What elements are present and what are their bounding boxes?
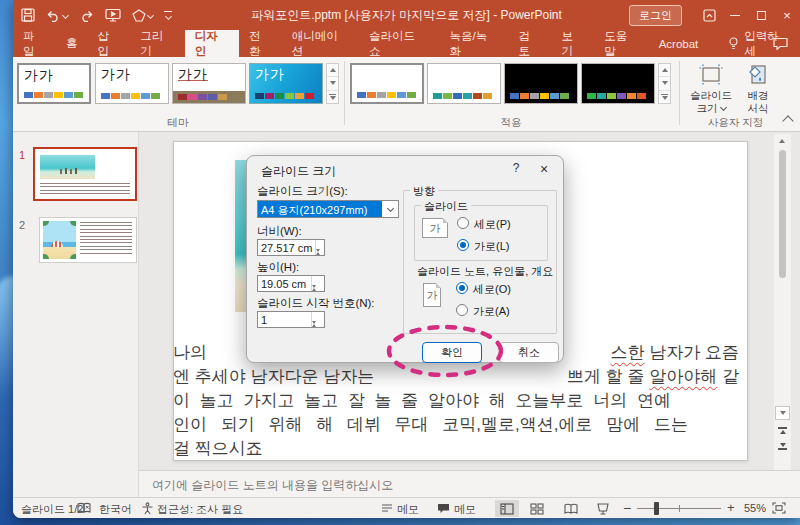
spell-check-icon[interactable]	[77, 502, 91, 516]
title-bar: 파워포인트.pptm [사용자가 마지막으로 저장] - PowerPoint …	[13, 0, 800, 30]
theme-thumbnail-2[interactable]: 가가	[95, 63, 169, 104]
slides-portrait-radio[interactable]	[457, 217, 469, 229]
slides-portrait-label[interactable]: 세로(P)	[474, 217, 511, 232]
variant-color-swatches	[587, 93, 647, 99]
theme-thumbnail-1[interactable]: 가가	[17, 63, 91, 104]
variant-thumbnail-3[interactable]	[504, 63, 578, 104]
theme-thumbnail-3[interactable]: 가가	[172, 63, 246, 104]
previous-slide-button[interactable]	[778, 427, 787, 434]
slide-size-label: 슬라이드 크기(S):	[257, 184, 348, 199]
redo-button[interactable]	[79, 9, 94, 22]
dropdown-chevron-icon[interactable]	[382, 201, 398, 217]
height-spinner[interactable]: 19.05 cm	[257, 275, 325, 292]
variant-thumbnail-1[interactable]	[350, 63, 424, 104]
zoom-out-button[interactable]: −	[623, 500, 631, 516]
tab-slideshow[interactable]: 슬라이드 쇼	[359, 30, 439, 57]
slideshow-view-button[interactable]	[591, 500, 615, 517]
cancel-button[interactable]: 취소	[499, 342, 559, 363]
undo-button[interactable]	[46, 9, 68, 22]
dialog-help-button[interactable]: ?	[507, 161, 525, 177]
variant-color-swatches	[510, 93, 570, 99]
save-icon[interactable]	[21, 8, 35, 22]
start-number-spinner[interactable]: 1	[257, 311, 325, 328]
scroll-up-icon[interactable]	[779, 139, 785, 143]
ribbon-display-options-icon[interactable]	[696, 0, 722, 30]
reading-view-button[interactable]	[559, 500, 583, 517]
notes-landscape-radio[interactable]	[456, 304, 468, 316]
tab-animations[interactable]: 애니메이션	[282, 30, 359, 57]
themes-scroll-up-icon[interactable]	[327, 64, 338, 77]
scrollbar-thumb[interactable]	[779, 150, 786, 278]
variants-scroll-up-icon[interactable]	[659, 64, 670, 77]
variants-scroll-down-icon[interactable]	[659, 77, 670, 90]
variant-thumbnail-4[interactable]	[581, 63, 655, 104]
slides-landscape-radio[interactable]	[457, 239, 469, 251]
comments-toggle-button[interactable]: 메모	[454, 502, 476, 517]
notes-pane[interactable]: 여기에 슬라이드 노트의 내용을 입력하십시오	[139, 470, 800, 497]
slides-landscape-label[interactable]: 가로(L)	[474, 239, 509, 254]
slide-sorter-view-button[interactable]	[525, 500, 549, 517]
notes-landscape-label[interactable]: 가로(A)	[473, 304, 510, 319]
minimize-button[interactable]	[722, 0, 748, 30]
tab-design[interactable]: 디자인	[185, 30, 239, 57]
notes-toggle-button[interactable]: 메모	[397, 502, 419, 517]
zoom-in-button[interactable]: +	[727, 500, 735, 515]
orientation-group: 방향 슬라이드 가 세로(P) 가로(L) 슬라이드 노트, 유인물, 개요 가…	[403, 190, 557, 334]
tab-transitions[interactable]: 전환	[239, 30, 282, 57]
zoom-slider-thumb[interactable]	[654, 502, 659, 515]
theme-thumbnail-4[interactable]: 가가	[249, 63, 323, 104]
undo-dropdown-icon[interactable]	[62, 11, 69, 18]
close-button[interactable]: ×	[774, 0, 800, 30]
draw-shape-button[interactable]	[132, 9, 153, 22]
vertical-scrollbar[interactable]	[774, 134, 791, 470]
number-decrement-icon[interactable]	[312, 324, 324, 336]
login-button[interactable]: 로그인	[629, 5, 682, 26]
slide-size-dropdown[interactable]: A4 용지(210x297mm)	[257, 200, 399, 218]
zoom-percentage[interactable]: 55%	[744, 502, 766, 514]
notes-group-label: 슬라이드 노트, 유인물, 개요	[414, 264, 556, 279]
themes-gallery-more-icon[interactable]	[327, 91, 338, 103]
fit-to-window-icon[interactable]	[772, 502, 786, 516]
tab-file[interactable]: 파일	[13, 30, 56, 57]
notes-portrait-label[interactable]: 세로(O)	[473, 282, 511, 297]
tab-acrobat[interactable]: Acrobat	[649, 30, 709, 57]
notes-portrait-radio[interactable]	[456, 282, 468, 294]
normal-view-button[interactable]	[495, 500, 519, 517]
format-background-icon	[746, 64, 770, 86]
next-slide-button[interactable]	[778, 443, 787, 450]
slide-indicator[interactable]: 슬라이드 1/2	[21, 502, 83, 517]
dialog-close-button[interactable]: ×	[535, 161, 553, 177]
misspelled-word: 스한	[611, 343, 645, 362]
slide-2-thumbnail[interactable]	[39, 217, 137, 263]
customize-qat-icon[interactable]	[164, 11, 172, 19]
accessibility-icon[interactable]	[141, 502, 154, 517]
scroll-down-button[interactable]	[775, 406, 790, 420]
slide-1-thumbnail[interactable]	[33, 147, 137, 201]
dialog-title: 슬라이드 크기	[261, 163, 336, 180]
width-spinner[interactable]: 27.517 cm	[257, 239, 325, 256]
tab-record[interactable]: 녹음/녹화	[440, 30, 509, 57]
variants-gallery-more-icon[interactable]	[659, 91, 670, 103]
reading-view-icon	[564, 503, 578, 515]
tab-view[interactable]: 보기	[551, 30, 594, 57]
tab-help[interactable]: 도움말	[594, 30, 648, 57]
tab-draw[interactable]: 그리기	[130, 30, 184, 57]
width-decrement-icon[interactable]	[316, 252, 324, 264]
tab-insert[interactable]: 삽입	[87, 30, 130, 57]
format-background-button[interactable]: 배경 서식	[735, 60, 781, 124]
accessibility-status[interactable]: 접근성: 조사 필요	[157, 502, 243, 517]
collapse-ribbon-icon[interactable]	[782, 115, 793, 126]
themes-group-label: 테마	[17, 116, 339, 130]
language-indicator[interactable]: 한국어	[99, 502, 132, 517]
variant-thumbnail-2[interactable]	[427, 63, 501, 104]
themes-scroll-down-icon[interactable]	[327, 77, 338, 90]
slide-size-button[interactable]: 슬라이드 크기	[688, 60, 734, 124]
tab-review[interactable]: 검토	[509, 30, 552, 57]
draw-shape-dropdown-icon[interactable]	[147, 11, 154, 18]
start-slideshow-icon[interactable]	[105, 8, 121, 22]
ok-button[interactable]: 확인	[422, 342, 482, 363]
theme-color-swatches	[178, 94, 228, 100]
tab-home[interactable]: 홈	[56, 30, 88, 57]
maximize-button[interactable]	[748, 0, 774, 30]
comments-pane-icon[interactable]	[773, 36, 788, 54]
